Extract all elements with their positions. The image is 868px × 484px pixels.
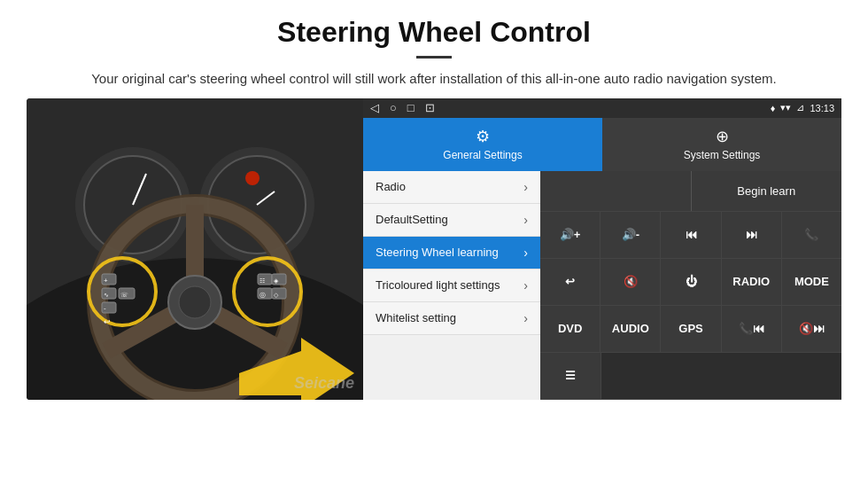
svg-point-8 (245, 171, 260, 185)
tab-general[interactable]: ⚙ General Settings (363, 118, 602, 171)
next-track-icon: ⏭ (746, 228, 757, 241)
blank-area (540, 171, 692, 211)
svg-text:↩: ↩ (104, 317, 111, 326)
nav-back-icon[interactable]: ◁ (370, 101, 379, 114)
power-button[interactable]: ⏻ (661, 259, 721, 305)
svg-text:◎: ◎ (260, 291, 266, 299)
chevron-icon: › (523, 180, 528, 194)
menu-item-tricoloured-label: Tricoloured light settings (376, 278, 500, 292)
mute-next-icon: 🔇⏭ (799, 322, 825, 335)
menu-controls-area: Radio › DefaultSetting › Steering Wheel … (363, 171, 841, 400)
nav-menu-icon[interactable]: ⊡ (425, 101, 435, 114)
wifi-icon: ⊿ (796, 102, 804, 113)
nav-square-icon[interactable]: □ (407, 101, 415, 114)
prev-track-icon: ⏮ (686, 228, 697, 241)
vol-down-button[interactable]: 🔊- (601, 212, 661, 258)
mute-icon: 🔇 (624, 275, 638, 288)
phone-icon: 📞 (804, 228, 818, 241)
svg-text:+: + (104, 277, 108, 285)
mode-button[interactable]: MODE (782, 259, 841, 305)
begin-learn-button[interactable]: Begin learn (692, 171, 842, 211)
chevron-icon: › (523, 278, 528, 293)
svg-text:∿: ∿ (104, 292, 109, 298)
menu-item-steering-label: Steering Wheel learning (376, 246, 499, 259)
signal-icon: ▾▾ (780, 102, 791, 113)
phone-prev-button[interactable]: 📞⏮ (722, 306, 782, 352)
power-icon: ⏻ (686, 275, 697, 288)
dvd-button[interactable]: DVD (540, 306, 601, 352)
content-area: + ∿ - ↩ ☏ ☷ ◎ ◈ ◇ Seicane (0, 98, 868, 400)
menu-item-whitelist[interactable]: Whitelist setting › (363, 302, 540, 335)
settings-tabs: ⚙ General Settings ⊕ System Settings (363, 118, 841, 171)
menu-item-radio-label: Radio (376, 180, 406, 193)
mute-button[interactable]: 🔇 (601, 259, 661, 305)
menu-item-whitelist-label: Whitelist setting (376, 311, 456, 324)
menu-icon: ☰ (565, 369, 576, 382)
status-right: ♦ ▾▾ ⊿ 13:13 (771, 102, 834, 113)
tab-system[interactable]: ⊕ System Settings (602, 118, 841, 171)
vol-up-icon: 🔊+ (560, 228, 581, 241)
controls-row-2: ↩ 🔇 ⏻ RADIO MODE (540, 259, 841, 306)
controls-grid: 🔊+ 🔊- ⏮ ⏭ 📞 (540, 212, 841, 400)
radio-button[interactable]: RADIO (722, 259, 782, 305)
controls-row-1: 🔊+ 🔊- ⏮ ⏭ 📞 (540, 212, 841, 259)
page-header: Steering Wheel Control Your original car… (0, 0, 868, 98)
controls-row-3: DVD AUDIO GPS 📞⏮ 🔇⏭ (540, 306, 841, 353)
location-icon: ♦ (771, 103, 776, 113)
watermark: Seicane (294, 374, 354, 393)
tab-system-label: System Settings (684, 149, 761, 161)
prev-track-button[interactable]: ⏮ (661, 212, 721, 258)
mode-label: MODE (794, 275, 829, 288)
menu-item-steering-wheel[interactable]: Steering Wheel learning › (363, 237, 540, 269)
end-call-icon: ↩ (565, 275, 575, 288)
empty-1 (601, 353, 841, 399)
left-menu: Radio › DefaultSetting › Steering Wheel … (363, 171, 540, 400)
gps-label: GPS (678, 322, 702, 335)
general-settings-icon: ⚙ (476, 127, 490, 146)
android-status-bar: ◁ ○ □ ⊡ ♦ ▾▾ ⊿ 13:13 (363, 98, 841, 118)
gps-button[interactable]: GPS (661, 306, 721, 352)
end-call-button[interactable]: ↩ (540, 259, 601, 305)
top-row: Begin learn (540, 171, 841, 212)
page-subtitle: Your original car's steering wheel contr… (35, 69, 833, 90)
menu-item-radio[interactable]: Radio › (363, 171, 540, 204)
dvd-label: DVD (558, 322, 582, 335)
steering-wheel-image: + ∿ - ↩ ☏ ☷ ◎ ◈ ◇ Seicane (27, 98, 363, 400)
right-controls-panel: Begin learn 🔊+ 🔊- ⏮ (540, 171, 841, 400)
menu-item-tricoloured[interactable]: Tricoloured light settings › (363, 269, 540, 302)
chevron-icon: › (523, 246, 528, 260)
audio-label: AUDIO (612, 322, 649, 335)
menu-item-default-label: DefaultSetting (376, 213, 448, 226)
next-track-button[interactable]: ⏭ (722, 212, 782, 258)
svg-text:-: - (104, 304, 106, 312)
phone-prev-icon: 📞⏮ (739, 322, 764, 335)
audio-button[interactable]: AUDIO (601, 306, 661, 352)
time-display: 13:13 (810, 103, 834, 113)
nav-home-icon[interactable]: ○ (390, 101, 397, 114)
phone-button[interactable]: 📞 (782, 212, 841, 258)
svg-text:☷: ☷ (260, 277, 265, 284)
status-nav: ◁ ○ □ ⊡ (370, 101, 435, 114)
system-settings-icon: ⊕ (716, 127, 729, 146)
page-title: Steering Wheel Control (35, 16, 833, 49)
vol-up-button[interactable]: 🔊+ (540, 212, 601, 258)
vol-down-icon: 🔊- (622, 228, 639, 241)
title-divider (416, 56, 452, 59)
chevron-icon: › (523, 213, 528, 227)
menu-item-default-setting[interactable]: DefaultSetting › (363, 204, 540, 237)
svg-point-15 (179, 286, 211, 318)
radio-label: RADIO (732, 275, 770, 288)
menu-button[interactable]: ☰ (540, 353, 601, 399)
chevron-icon: › (523, 311, 528, 325)
controls-row-4: ☰ (540, 353, 841, 400)
tab-general-label: General Settings (443, 149, 522, 161)
svg-text:☏: ☏ (120, 292, 128, 298)
mute-next-button[interactable]: 🔇⏭ (782, 306, 841, 352)
android-ui: ◁ ○ □ ⊡ ♦ ▾▾ ⊿ 13:13 ⚙ General Settings … (363, 98, 841, 400)
